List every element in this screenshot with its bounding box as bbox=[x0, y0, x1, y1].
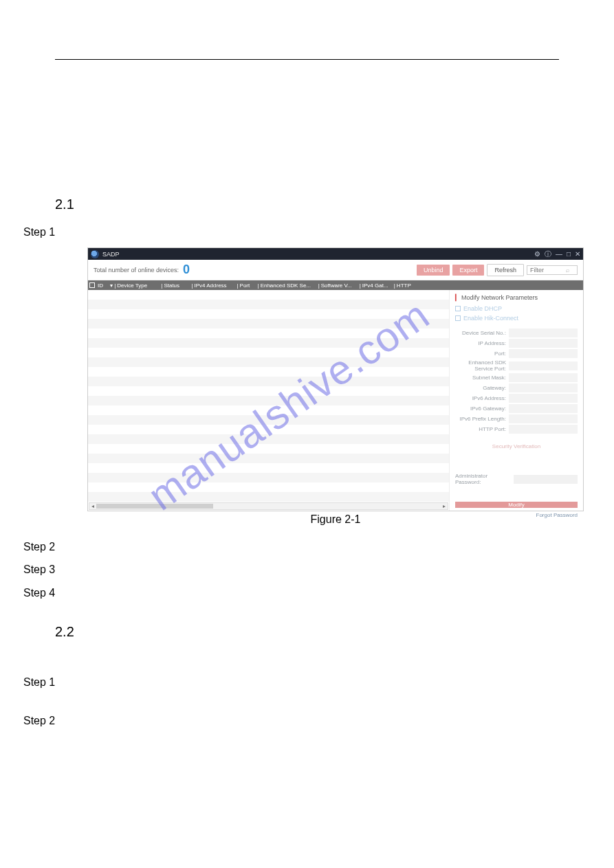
ipv6-prefix-label: IPv6 Prefix Length: bbox=[455, 416, 509, 422]
enable-hik-label: Enable Hik-Connect bbox=[463, 315, 518, 322]
col-enhanced-sdk[interactable]: Enhanced SDK Se... bbox=[261, 282, 317, 289]
enh-sdk-port-field[interactable] bbox=[509, 361, 578, 370]
ipv6-addr-label: IPv6 Address: bbox=[455, 395, 509, 401]
sec22-step-1-label: Step 1 bbox=[23, 676, 55, 689]
panel-header: Modify Network Parameters bbox=[455, 294, 578, 301]
port-label: Port: bbox=[455, 350, 509, 357]
step-4-label: Step 4 bbox=[23, 587, 55, 599]
enable-dhcp-checkbox[interactable] bbox=[455, 306, 461, 311]
filter-input[interactable] bbox=[530, 267, 566, 274]
total-devices-label: Total number of online devices: bbox=[94, 267, 179, 274]
col-ipv4-address[interactable]: IPv4 Address bbox=[194, 282, 235, 289]
enable-dhcp-row[interactable]: Enable DHCP bbox=[455, 305, 578, 312]
export-button[interactable]: Export bbox=[452, 265, 484, 276]
section-2-2-heading: 2.2 bbox=[55, 624, 74, 640]
col-ipv4-gateway[interactable]: IPv4 Gat... bbox=[362, 282, 393, 289]
app-title: SADP bbox=[102, 251, 120, 258]
ipv6-gate-label: IPv6 Gateway: bbox=[455, 405, 509, 412]
enh-sdk-port-label: Enhanced SDK Service Port: bbox=[455, 359, 509, 372]
unbind-button[interactable]: Unbind bbox=[417, 265, 450, 276]
col-id[interactable]: ID bbox=[98, 282, 109, 289]
scroll-right-icon[interactable]: ▸ bbox=[441, 503, 448, 509]
gateway-field[interactable] bbox=[509, 383, 578, 392]
scroll-left-icon[interactable]: ◂ bbox=[89, 503, 96, 509]
security-verification-label: Security Verification bbox=[455, 443, 578, 449]
http-port-label: HTTP Port: bbox=[455, 426, 509, 432]
sec22-step-2-label: Step 2 bbox=[23, 715, 55, 727]
step-3-label: Step 3 bbox=[23, 564, 55, 576]
top-rule bbox=[55, 59, 559, 60]
select-all-checkbox[interactable] bbox=[89, 282, 95, 288]
col-status[interactable]: Status bbox=[164, 282, 190, 289]
scroll-thumb[interactable] bbox=[96, 504, 213, 509]
ipv6-gate-field[interactable] bbox=[509, 404, 578, 413]
maximize-icon[interactable]: □ bbox=[567, 251, 571, 258]
close-icon[interactable]: ✕ bbox=[575, 251, 580, 258]
figure-caption: Figure 2-1 bbox=[87, 513, 584, 526]
modify-button[interactable]: Modify bbox=[455, 502, 578, 508]
ip-field[interactable] bbox=[509, 339, 578, 348]
port-field[interactable] bbox=[509, 349, 578, 358]
table-header: ID ▾ | Device Type | Status | IPv4 Addre… bbox=[88, 280, 583, 290]
filter-box[interactable]: ⌕ bbox=[527, 265, 578, 275]
admin-password-field[interactable] bbox=[514, 475, 578, 484]
search-icon[interactable]: ⌕ bbox=[566, 267, 569, 274]
col-port[interactable]: Port bbox=[240, 282, 256, 289]
enable-hik-checkbox[interactable] bbox=[455, 315, 461, 321]
serial-label: Device Serial No.: bbox=[455, 330, 509, 336]
app-logo-icon bbox=[91, 250, 99, 258]
sadp-app-window: SADP ⚙ ⓘ — □ ✕ Total number of online de… bbox=[87, 247, 584, 511]
step-2-label: Step 2 bbox=[23, 541, 55, 553]
network-parameters-panel: Modify Network Parameters Enable DHCP En… bbox=[449, 290, 583, 511]
step-1-label: Step 1 bbox=[23, 226, 55, 238]
refresh-button[interactable]: Refresh bbox=[487, 264, 524, 276]
col-device-type[interactable]: Device Type bbox=[117, 282, 160, 289]
total-devices-count: 0 bbox=[183, 263, 190, 277]
section-2-1-heading: 2.1 bbox=[55, 197, 74, 212]
settings-icon[interactable]: ⚙ bbox=[534, 251, 540, 258]
gateway-label: Gateway: bbox=[455, 385, 509, 391]
enable-hik-row[interactable]: Enable Hik-Connect bbox=[455, 315, 578, 322]
subnet-field[interactable] bbox=[509, 373, 578, 382]
toolbar: Total number of online devices: 0 Unbind… bbox=[88, 260, 583, 280]
horizontal-scrollbar[interactable]: ◂ ▸ bbox=[89, 502, 448, 510]
subnet-label: Subnet Mask: bbox=[455, 375, 509, 381]
title-bar: SADP ⚙ ⓘ — □ ✕ bbox=[88, 248, 583, 260]
col-http[interactable]: HTTP bbox=[397, 282, 416, 289]
enable-dhcp-label: Enable DHCP bbox=[463, 305, 502, 312]
device-grid: ◂ ▸ bbox=[88, 290, 449, 511]
info-icon[interactable]: ⓘ bbox=[545, 251, 551, 258]
admin-password-label: Administrator Password: bbox=[455, 473, 511, 485]
col-software[interactable]: Software V... bbox=[321, 282, 358, 289]
ipv6-prefix-field[interactable] bbox=[509, 414, 578, 423]
ip-label: IP Address: bbox=[455, 340, 509, 346]
serial-field[interactable] bbox=[509, 329, 578, 337]
ipv6-addr-field[interactable] bbox=[509, 394, 578, 403]
minimize-icon[interactable]: — bbox=[556, 251, 562, 258]
http-port-field[interactable] bbox=[509, 425, 578, 434]
